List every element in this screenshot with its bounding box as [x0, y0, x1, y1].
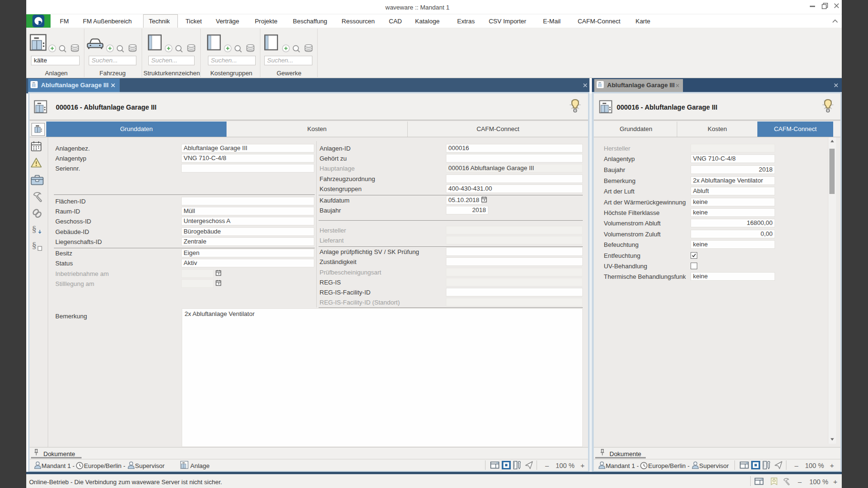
svg-text:§: §: [32, 224, 37, 234]
svg-text:§: §: [32, 241, 37, 250]
